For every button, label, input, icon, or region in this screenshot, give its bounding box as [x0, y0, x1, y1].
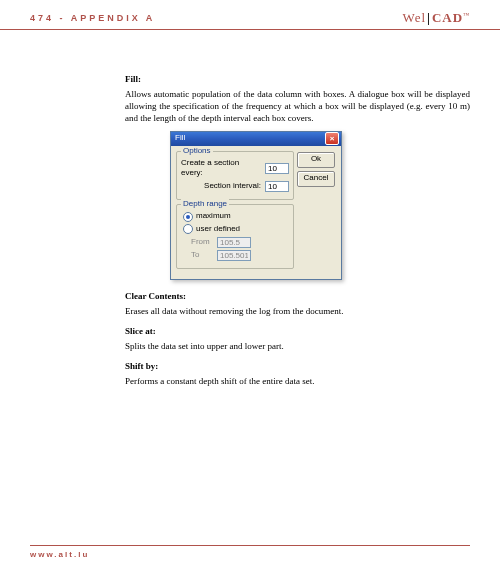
fill-description: Allows automatic population of the data … [125, 88, 470, 124]
dialog-title-text: Fill [175, 133, 185, 144]
brand-cad: CAD [432, 10, 463, 25]
create-section-label: Create a section every: [181, 158, 261, 180]
create-section-input[interactable] [265, 163, 289, 174]
clear-contents-heading: Clear Contents: [125, 290, 470, 302]
fill-dialog: Fill × Ok Cancel Options Create a sectio… [170, 131, 342, 280]
options-legend: Options [181, 146, 213, 157]
brand-wel: Wel [402, 10, 426, 25]
footer-url: www.alt.lu [30, 545, 470, 559]
brand-tm: ™ [463, 12, 470, 18]
ok-button[interactable]: Ok [297, 152, 335, 168]
close-icon[interactable]: × [325, 132, 339, 145]
brand-logo: Wel|CAD™ [402, 10, 470, 26]
page-number-appendix: 474 - APPENDIX A [30, 13, 155, 23]
from-label: From [191, 237, 213, 248]
radio-user-defined-label: user defined [196, 224, 240, 235]
cancel-button[interactable]: Cancel [297, 171, 335, 187]
main-content: Fill: Allows automatic population of the… [0, 30, 500, 388]
radio-maximum[interactable] [183, 212, 193, 222]
depth-range-legend: Depth range [181, 199, 229, 210]
section-interval-label: Section interval: [204, 181, 261, 192]
shift-by-heading: Shift by: [125, 360, 470, 372]
from-input [217, 237, 251, 248]
fill-heading: Fill: [125, 73, 470, 85]
clear-contents-description: Erases all data without removing the log… [125, 305, 470, 317]
section-interval-input[interactable] [265, 181, 289, 192]
shift-by-description: Performs a constant depth shift of the e… [125, 375, 470, 387]
to-input [217, 250, 251, 261]
slice-at-description: Splits the data set into upper and lower… [125, 340, 470, 352]
dialog-titlebar: Fill × [171, 132, 341, 146]
to-label: To [191, 250, 213, 261]
radio-user-defined[interactable] [183, 224, 193, 234]
slice-at-heading: Slice at: [125, 325, 470, 337]
radio-maximum-label: maximum [196, 211, 231, 222]
